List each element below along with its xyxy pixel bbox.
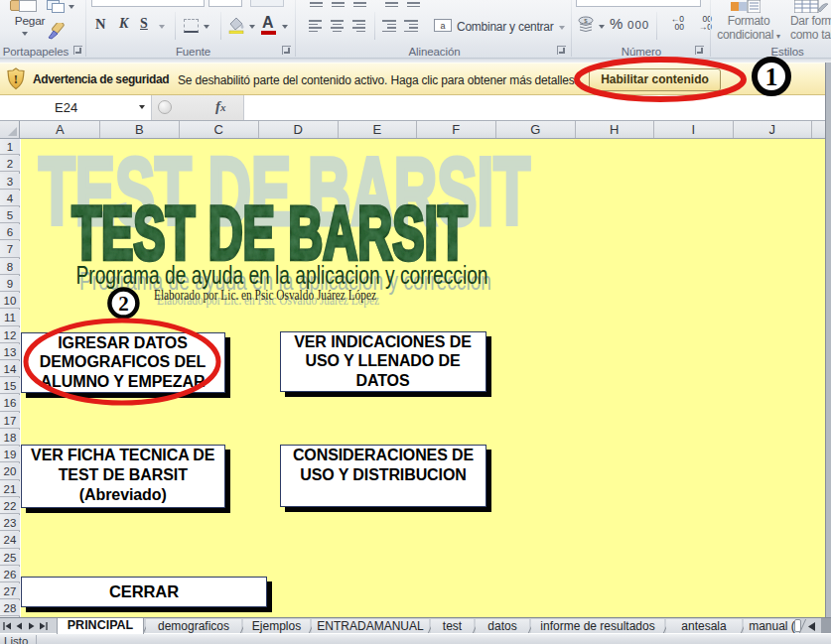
svg-text:1: 1 xyxy=(765,63,778,91)
svg-text:2: 2 xyxy=(118,292,129,316)
